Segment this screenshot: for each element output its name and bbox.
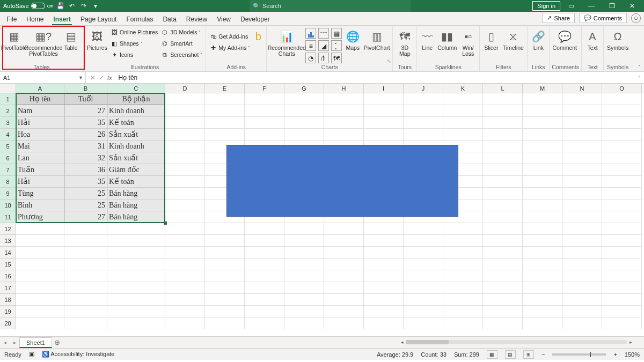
tab-review[interactable]: Review [185, 13, 208, 25]
cell[interactable] [483, 306, 523, 317]
row-header[interactable]: 11 [0, 211, 16, 223]
name-box[interactable]: A1▼ [0, 72, 86, 83]
cell[interactable] [483, 294, 523, 306]
enter-formula-icon[interactable]: ✓ [99, 74, 104, 82]
timeline-button[interactable]: ⧖Timeline [501, 27, 525, 51]
table-data-cell[interactable]: Bình [16, 200, 64, 211]
cell[interactable] [562, 164, 602, 176]
cell[interactable] [404, 270, 443, 282]
blue-rectangle-shape[interactable] [226, 145, 458, 217]
cell[interactable] [364, 247, 404, 258]
cell[interactable] [205, 317, 245, 329]
cell[interactable] [324, 105, 364, 117]
treemap-chart-button[interactable]: ▦ [331, 28, 342, 39]
cell[interactable] [364, 317, 404, 329]
column-header[interactable]: J [404, 84, 443, 93]
row-header[interactable]: 12 [0, 223, 16, 235]
column-header[interactable]: L [483, 84, 523, 93]
autosave-switch[interactable] [31, 3, 45, 9]
cell[interactable] [483, 317, 523, 329]
cell[interactable] [107, 294, 165, 306]
table-data-cell[interactable]: 36 [64, 164, 107, 176]
tab-view[interactable]: View [216, 13, 232, 25]
close-icon[interactable]: ✕ [623, 0, 642, 12]
cell[interactable] [245, 105, 284, 117]
text-button[interactable]: AText [584, 27, 601, 51]
cell[interactable] [205, 105, 245, 117]
cell[interactable] [523, 317, 562, 329]
cell[interactable] [602, 141, 642, 152]
comments-button[interactable]: 💬Comments [579, 13, 627, 23]
cell[interactable] [483, 282, 523, 294]
cell[interactable] [602, 294, 642, 306]
cell[interactable] [205, 258, 245, 270]
sparkline-line-button[interactable]: 〰Line [419, 27, 435, 51]
sheet-nav-next[interactable]: ▸ [10, 337, 19, 348]
namebox-dropdown-icon[interactable]: ▼ [78, 75, 83, 80]
cell[interactable] [523, 164, 562, 176]
cell[interactable] [107, 306, 165, 317]
cell[interactable] [404, 129, 443, 141]
cell[interactable] [324, 235, 364, 247]
cell[interactable] [16, 270, 64, 282]
tab-formulas[interactable]: Formulas [125, 13, 154, 25]
table-header-cell[interactable]: Bộ phận [107, 93, 165, 105]
table-data-cell[interactable]: Kế toán [107, 176, 165, 188]
cell[interactable] [64, 247, 107, 258]
cell[interactable] [404, 306, 443, 317]
smartart-button[interactable]: ⌬SmartArt [160, 38, 203, 49]
cell[interactable] [245, 247, 284, 258]
zoom-level[interactable]: 150% [625, 351, 640, 358]
cell[interactable] [284, 93, 324, 105]
cell[interactable] [602, 200, 642, 211]
row-header[interactable]: 20 [0, 317, 16, 329]
column-header[interactable]: C [107, 84, 165, 93]
cell[interactable] [483, 200, 523, 211]
table-data-cell[interactable]: Bán hàng [107, 188, 165, 200]
cell[interactable] [324, 317, 364, 329]
screenshot-button[interactable]: ⧉Screenshot ˅ [160, 49, 203, 60]
cell[interactable] [364, 105, 404, 117]
undo-icon[interactable]: ↶ [68, 2, 76, 10]
cell[interactable] [404, 235, 443, 247]
select-all-corner[interactable] [0, 84, 16, 93]
table-data-cell[interactable]: Sản xuất [107, 129, 165, 141]
feedback-smile-icon[interactable]: ☺ [631, 13, 641, 23]
table-data-cell[interactable]: Bán hàng [107, 200, 165, 211]
cell[interactable] [364, 294, 404, 306]
cell[interactable] [483, 141, 523, 152]
cell[interactable] [523, 200, 562, 211]
cell[interactable] [107, 270, 165, 282]
table-data-cell[interactable]: 31 [64, 141, 107, 152]
cell[interactable] [523, 282, 562, 294]
cell[interactable] [16, 306, 64, 317]
pie-chart-button[interactable]: ◔ [305, 53, 316, 63]
cell[interactable] [107, 317, 165, 329]
sheet-tab[interactable]: Sheet1 [19, 337, 52, 348]
cell[interactable] [364, 235, 404, 247]
table-data-cell[interactable]: 26 [64, 129, 107, 141]
cell[interactable] [483, 235, 523, 247]
cell[interactable] [523, 258, 562, 270]
cell[interactable] [602, 306, 642, 317]
symbols-button[interactable]: ΩSymbols [606, 27, 630, 51]
cell[interactable] [483, 211, 523, 223]
cell[interactable] [602, 258, 642, 270]
cell[interactable] [16, 223, 64, 235]
table-data-cell[interactable]: 27 [64, 105, 107, 117]
cell[interactable] [245, 282, 284, 294]
fill-handle[interactable] [164, 221, 167, 225]
cell[interactable] [602, 105, 642, 117]
cell[interactable] [364, 93, 404, 105]
table-data-cell[interactable]: Hoa [16, 129, 64, 141]
cell[interactable] [245, 294, 284, 306]
cell[interactable] [404, 294, 443, 306]
cell[interactable] [16, 247, 64, 258]
row-header[interactable]: 14 [0, 247, 16, 258]
cell[interactable] [284, 247, 324, 258]
cell[interactable] [602, 247, 642, 258]
tab-file[interactable]: File [5, 13, 18, 25]
cell[interactable] [562, 223, 602, 235]
cell[interactable] [602, 129, 642, 141]
cell[interactable] [107, 282, 165, 294]
